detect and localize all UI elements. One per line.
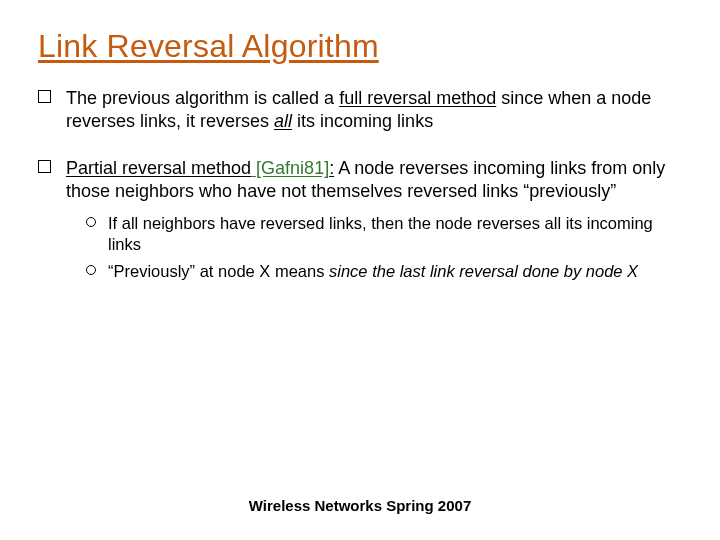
- sub-bullet-1: If all neighbors have reversed links, th…: [86, 213, 682, 255]
- slide-footer: Wireless Networks Spring 2007: [0, 497, 720, 514]
- bullet-1-text: The previous algorithm is called a full …: [66, 88, 651, 131]
- slide: Link Reversal Algorithm The previous alg…: [0, 0, 720, 540]
- all-term: all: [274, 111, 292, 131]
- bullet-2-text: Partial reversal method [Gafni81]: A nod…: [66, 158, 665, 201]
- text-fragment: The previous algorithm is called a: [66, 88, 339, 108]
- bullet-1: The previous algorithm is called a full …: [38, 87, 682, 133]
- circle-bullet-icon: [86, 265, 96, 275]
- text-fragment: its incoming links: [292, 111, 433, 131]
- square-bullet-icon: [38, 90, 51, 103]
- sub-bullet-1-text: If all neighbors have reversed links, th…: [108, 214, 653, 253]
- slide-title: Link Reversal Algorithm: [38, 28, 682, 65]
- square-bullet-icon: [38, 160, 51, 173]
- citation: [Gafni81]: [251, 158, 329, 178]
- circle-bullet-icon: [86, 217, 96, 227]
- full-reversal-term: full reversal method: [339, 88, 496, 108]
- sub-bullet-list: If all neighbors have reversed links, th…: [86, 213, 682, 282]
- sub-bullet-2-text: “Previously” at node X means since the l…: [108, 262, 638, 280]
- bullet-list: The previous algorithm is called a full …: [38, 87, 682, 282]
- previously-definition: since the last link reversal done by nod…: [329, 262, 638, 280]
- partial-reversal-term: Partial reversal method: [66, 158, 251, 178]
- text-fragment: “Previously” at node X means: [108, 262, 329, 280]
- sub-bullet-2: “Previously” at node X means since the l…: [86, 261, 682, 282]
- bullet-2: Partial reversal method [Gafni81]: A nod…: [38, 157, 682, 282]
